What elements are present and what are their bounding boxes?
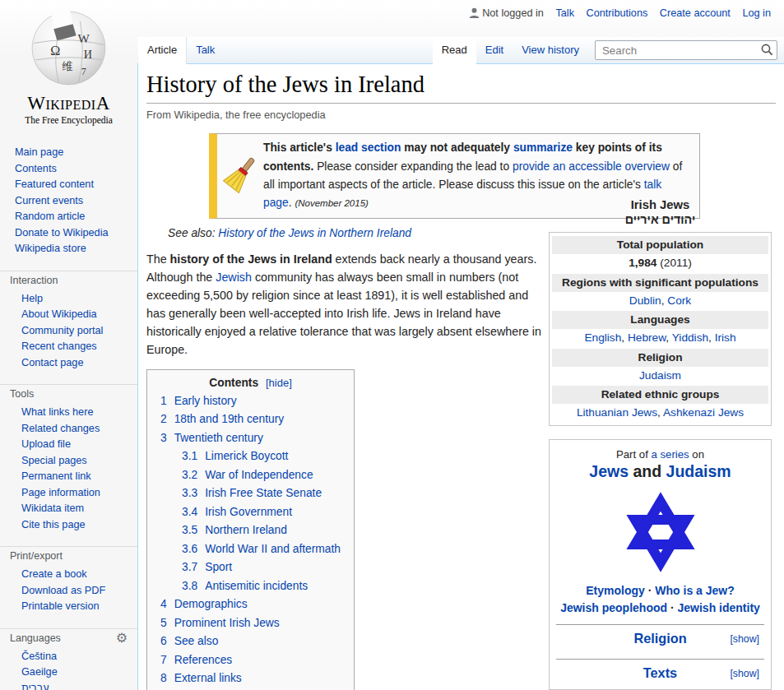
inline-link[interactable]: Irish (715, 331, 736, 344)
sidebar-link[interactable]: Contact page (21, 357, 83, 368)
sidebar-link[interactable]: Cite this page (21, 519, 86, 530)
tab-talk[interactable]: Talk (186, 37, 224, 64)
sidebar-link[interactable]: Printable version (21, 600, 100, 612)
toc-link[interactable]: 7References (160, 654, 232, 666)
inline-link[interactable]: Lithuanian Jews (577, 406, 657, 419)
inline-link[interactable]: Ashkenazi Jews (663, 406, 744, 419)
inline-link[interactable]: Dublin (629, 294, 661, 307)
inline-link[interactable]: Jewish peoplehood (560, 601, 667, 614)
section-heading-print-export: Print/export (10, 550, 131, 562)
toc-link[interactable]: 3.1Limerick Boycott (182, 450, 288, 462)
toc-link[interactable]: 3.7Sport (182, 561, 232, 573)
broom-icon (217, 157, 263, 196)
toc-hide-toggle[interactable]: [hide] (266, 377, 292, 389)
tab-read[interactable]: Read (433, 37, 476, 64)
sidebar-item: Wikipedia store (15, 241, 131, 257)
inline-link[interactable]: Judaism (639, 369, 681, 382)
sidebar-link[interactable]: Main page (15, 146, 63, 158)
sidebar: Ω W И 维 7 WikipediA The Free Encyclopedi… (0, 0, 137, 690)
create-account-link[interactable]: Create account (660, 7, 731, 19)
inline-link[interactable]: Hebrew (628, 331, 666, 344)
toc-link[interactable]: 6See also (160, 635, 218, 647)
sidebar-link[interactable]: Permanent link (21, 470, 91, 482)
wikipedia-logo[interactable]: Ω W И 维 7 WikipediA The Free Encyclopedi… (0, 0, 137, 125)
inline-link[interactable]: provide an accessible overview (513, 160, 670, 173)
sidebar-link[interactable]: Special pages (21, 455, 87, 466)
sidebar-link[interactable]: Contents (15, 163, 57, 174)
toc-link[interactable]: 1Early history (160, 395, 237, 407)
inline-link[interactable]: Who is a Jew? (655, 584, 734, 597)
toc-link[interactable]: 3.4Irish Government (182, 506, 292, 518)
show-toggle[interactable]: [show] (730, 633, 759, 645)
inline-link[interactable]: Judaism (666, 462, 731, 480)
sidebar-link[interactable]: Recent changes (21, 340, 97, 352)
tab-view-history[interactable]: View history (513, 37, 588, 64)
sidebar-link[interactable]: Donate to Wikipedia (15, 227, 109, 238)
sidebar-link[interactable]: About Wikipedia (21, 308, 97, 320)
contributions-link[interactable]: Contributions (587, 7, 648, 19)
inline-link[interactable]: lead section (336, 141, 401, 154)
sidebar-item: Upload file (21, 437, 131, 453)
toc-item: 4Demographics (160, 595, 341, 614)
inline-link[interactable]: Yiddish (672, 331, 708, 344)
nav-main-list: Main pageContentsFeatured contentCurrent… (10, 145, 131, 257)
sidebar-link[interactable]: Current events (15, 195, 83, 206)
text-segment: on (689, 448, 704, 461)
sidebar-link[interactable]: Create a book (21, 568, 87, 580)
sidebar-link[interactable]: Upload file (21, 438, 71, 450)
sidebar-link[interactable]: Related changes (21, 423, 100, 434)
inline-link[interactable]: summarize (513, 141, 573, 154)
log-in-link[interactable]: Log in (742, 7, 771, 19)
toc-link[interactable]: 3.2War of Independence (182, 469, 313, 481)
series-section-label[interactable]: Religion (633, 631, 686, 646)
sidebar-link[interactable]: Gaeilge (21, 666, 58, 678)
inline-link[interactable]: History of the Jews in Northern Ireland (218, 227, 411, 239)
toc-link[interactable]: 218th and 19th century (160, 413, 284, 425)
text-segment: · (645, 584, 655, 597)
sidebar-link[interactable]: Community portal (21, 325, 103, 336)
inline-link[interactable]: English (584, 331, 621, 344)
sidebar-link[interactable]: What links here (21, 406, 93, 418)
toc-link[interactable]: 3.3Irish Free State Senate (182, 487, 322, 499)
sidebar-link[interactable]: Page information (21, 487, 100, 498)
inline-link[interactable]: Etymology (586, 584, 645, 597)
personal-talk-link[interactable]: Talk (555, 7, 574, 19)
sidebar-link[interactable]: Featured content (15, 178, 94, 190)
text-segment: (November 2015) (295, 198, 368, 208)
inline-link[interactable]: Jewish identity (678, 601, 760, 614)
toc-link[interactable]: 5Prominent Irish Jews (160, 617, 280, 629)
series-section-label[interactable]: Texts (643, 665, 677, 680)
sidebar-link[interactable]: Help (21, 293, 43, 304)
toc-link[interactable]: 3Twentieth century (160, 432, 263, 444)
inline-link[interactable]: Cork (667, 294, 691, 307)
sidebar-link[interactable]: Download as PDF (21, 585, 105, 596)
toc-link[interactable]: 3.6World War II and aftermath (182, 543, 341, 555)
sidebar-link[interactable]: Wikidata item (21, 502, 84, 514)
inline-link[interactable]: Jews (589, 462, 629, 480)
toc-link[interactable]: 8External links (160, 672, 242, 684)
sidebar-link[interactable]: Čeština (21, 651, 57, 662)
inline-link[interactable]: Jewish (216, 271, 252, 284)
sidebar-link[interactable]: עברית (21, 683, 49, 690)
svg-text:维: 维 (61, 60, 72, 72)
infobox-title: Irish Jews (549, 197, 772, 213)
sidebar-link[interactable]: Wikipedia store (15, 243, 86, 254)
sidebar-item: Čeština (21, 649, 131, 665)
inline-link[interactable]: a series (651, 448, 689, 461)
sidebar-item: Permanent link (21, 469, 131, 485)
language-settings-gear-icon[interactable]: ⚙ (116, 630, 128, 646)
toc-item: 3.1Limerick Boycott (182, 447, 341, 466)
search-button[interactable] (761, 44, 773, 58)
search-input[interactable] (595, 40, 777, 60)
toc-link[interactable]: 3.8Antisemitic incidents (182, 580, 308, 592)
sidebar-item: Community portal (21, 323, 131, 340)
show-toggle[interactable]: [show] (730, 668, 759, 679)
tab-edit[interactable]: Edit (476, 37, 513, 64)
sidebar-link[interactable]: Random article (15, 211, 85, 222)
tab-article[interactable]: Article (138, 37, 186, 64)
toc-link[interactable]: 3.5Northern Ireland (182, 524, 287, 536)
toc-link[interactable]: 4Demographics (160, 598, 248, 610)
page-title: History of the Jews in Ireland (146, 71, 776, 104)
infobox-irish-jews: Irish Jews יהודים איריים Total populatio… (549, 197, 772, 426)
text-segment: · (667, 601, 677, 614)
